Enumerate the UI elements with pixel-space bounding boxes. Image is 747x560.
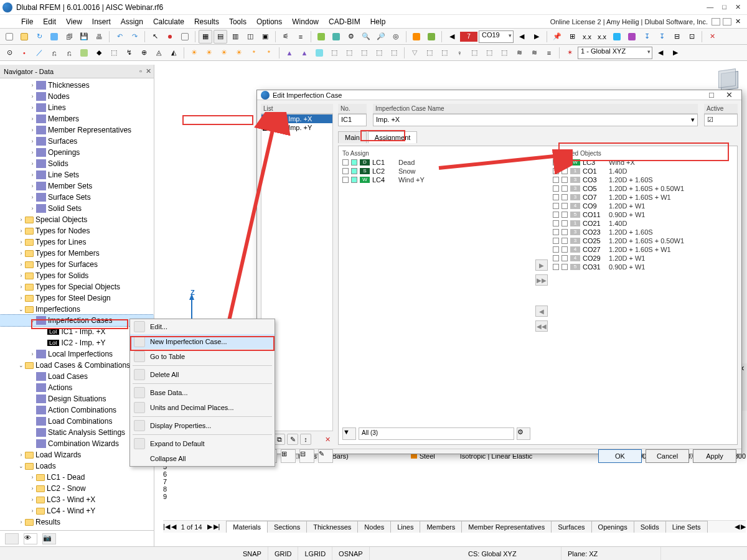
assigned-list[interactable]: WLC3Wind +X1CO11.40D3CO31.20D + 1.60S3CO… [553,158,733,271]
menu-help[interactable]: Help [365,16,391,27]
calc-icon[interactable]: ⚙ [344,30,358,44]
bottom-tab[interactable]: Nodes [357,521,391,533]
filter-combo[interactable]: All (3) [359,427,514,440]
t2-27-icon[interactable]: ▽ [408,46,421,60]
coord-system-combo[interactable]: 1 - Global XYZ [578,47,652,59]
menu-tools[interactable]: Tools [224,16,251,27]
bottom-tab[interactable]: Openings [591,521,634,533]
dim-icon[interactable]: ⊞ [565,30,579,44]
menu-options[interactable]: Options [251,16,287,27]
tree-item[interactable]: ›Types for Surfaces [0,259,154,270]
assigned-row[interactable]: 3CO251.20D + 1.60S + 0.50W1 [553,236,733,245]
bottom-tab[interactable]: Members [420,521,462,533]
no-field[interactable]: IC1 [338,114,367,126]
open-icon[interactable] [17,30,31,44]
t2-25-icon[interactable]: ⬚ [372,46,386,60]
redo-icon[interactable]: ↷ [128,30,141,44]
close2-icon[interactable]: ✕ [705,30,719,44]
t2-31-icon[interactable]: ⬚ [467,46,481,60]
maximize-button[interactable]: □ [722,3,726,11]
max-child-icon[interactable] [723,18,731,26]
search-icon[interactable]: 🔍 [359,30,373,44]
menu-item[interactable]: Go to Table [130,349,275,364]
first-page-icon[interactable]: |◀ [163,523,170,531]
save-icon[interactable]: 💾 [77,30,91,44]
solid1-icon[interactable] [314,30,328,44]
bottom-tab[interactable]: Lines [390,521,420,533]
t2-10-icon[interactable]: ⊕ [137,46,151,60]
menu-item[interactable]: Base Data... [130,385,275,400]
grid5-icon[interactable]: ▣ [258,30,272,44]
t2-35-icon[interactable]: ≋ [527,46,541,60]
t2-14-icon[interactable]: ☀ [202,46,216,60]
restore-child-icon[interactable] [712,18,720,26]
assigned-row[interactable]: 3CO231.20D + 1.60S [553,228,733,236]
t2-28-icon[interactable]: ⬚ [423,46,436,60]
menu-assign[interactable]: Assign [116,16,148,27]
tree-item[interactable]: ›LC1 - Dead [0,472,154,483]
assigned-row[interactable]: 3CO51.20D + 1.60S + 0.50W1 [553,184,733,193]
undo-icon[interactable]: ↶ [113,30,126,44]
pin-icon[interactable]: ▫ [139,67,142,75]
t2-21-icon[interactable] [312,46,326,60]
filter-opt-icon[interactable]: ⚙ [517,427,530,440]
menu-cadbim[interactable]: CAD-BIM [324,16,365,27]
xxx2-icon[interactable]: x.x [595,30,609,44]
load1-icon[interactable] [610,30,624,44]
tree-item[interactable]: ›Line Sets [0,169,154,180]
assigned-row[interactable]: 4CO291.20D + W1 [553,254,733,263]
foot-4-icon[interactable]: ✎ [318,449,333,463]
next-page-icon[interactable]: ▶ [207,523,212,531]
tree-item[interactable]: ›Nodes [0,91,154,102]
t2-4-icon[interactable]: ⎌ [47,46,61,60]
bottom-tab[interactable]: Thicknesses [306,521,358,533]
status-lgrid[interactable]: LGRID [298,547,332,560]
tree-item[interactable]: ›Thicknesses [0,80,154,91]
coord-nav-right-icon[interactable]: ▶ [669,46,682,60]
cursor-icon[interactable]: ↖ [148,30,162,44]
menu-item[interactable]: Delete All [130,367,275,382]
apply-button[interactable]: Apply [693,449,736,463]
load-case-combo[interactable]: CO19 [479,30,514,43]
t2-30-icon[interactable]: ♀ [453,46,466,60]
bottom-tab[interactable]: Member Representatives [461,521,552,533]
last-page-icon[interactable]: ▶| [214,523,220,531]
filter-funnel-icon[interactable]: ▼ [342,427,356,440]
scroll-right-icon[interactable]: ▶ [741,523,746,531]
tree-item[interactable]: ›Solid Sets [0,203,154,214]
xxx1-icon[interactable]: x.x [580,30,594,44]
move-all-left-icon[interactable]: ◀◀ [535,320,548,332]
print-icon[interactable]: 🖶 [92,30,106,44]
close-nav-icon[interactable]: ✕ [146,67,151,75]
tree-item[interactable]: ›Surfaces [0,136,154,147]
scroll-left-icon[interactable]: ◀ [735,523,740,531]
list-icon[interactable]: ≡ [294,30,308,44]
cancel-button[interactable]: Cancel [646,449,689,463]
t2-20-icon[interactable]: ▲ [298,46,311,60]
list-sort-icon[interactable]: ↕ [300,434,311,445]
dim3-icon[interactable]: ⊡ [685,30,698,44]
t2-7-icon[interactable]: ◆ [92,46,106,60]
status-snap[interactable]: SNAP [237,547,268,560]
load3-icon[interactable]: ↧ [640,30,654,44]
list-delete-icon[interactable]: ✕ [322,434,333,445]
t2-12-icon[interactable]: ◭ [167,46,181,60]
tree-item[interactable]: ›Member Representatives [0,124,154,136]
t2-15-icon[interactable]: ☀ [217,46,231,60]
list-copy-icon[interactable]: ⧉ [274,434,285,445]
t2-23-icon[interactable]: ⬚ [342,46,356,60]
load4-icon[interactable]: ↧ [655,30,669,44]
tree-item[interactable]: ›Solids [0,158,154,169]
t2-11-icon[interactable]: ◬ [152,46,166,60]
box-icon[interactable] [178,30,192,44]
t2-26-icon[interactable]: ⬚ [387,46,401,60]
t2-34-icon[interactable]: ≋ [512,46,526,60]
navfoot-2-icon[interactable]: 👁 [24,533,37,544]
grid1-icon[interactable]: ▦ [199,30,212,44]
node-icon[interactable] [163,30,177,44]
solid2-icon[interactable] [329,30,343,44]
load2-icon[interactable] [625,30,639,44]
pin-icon[interactable]: 📌 [550,30,564,44]
name-field[interactable]: Imp. +X▾ [373,114,698,126]
menu-results[interactable]: Results [189,16,224,27]
